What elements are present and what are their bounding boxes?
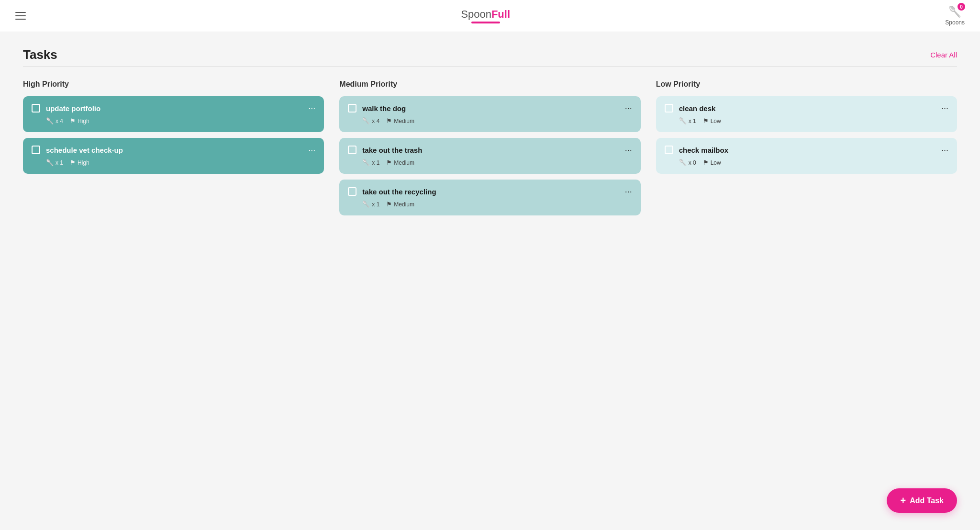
task-name: update portfolio: [46, 104, 100, 113]
task-name: take out the recycling: [362, 188, 436, 196]
task-card-left: walk the dog: [348, 104, 406, 113]
spoon-icon: 🥄 0: [948, 6, 961, 18]
task-card-top: update portfolio ···: [32, 104, 315, 113]
task-menu-button[interactable]: ···: [308, 104, 315, 113]
task-checkbox[interactable]: [348, 187, 356, 196]
task-card-top: walk the dog ···: [348, 104, 632, 113]
task-name: clean desk: [679, 104, 716, 113]
task-spoons-meta: 🥄 x 4: [46, 117, 63, 124]
task-checkbox[interactable]: [348, 104, 356, 113]
menu-button[interactable]: [15, 12, 26, 20]
spoons-badge: 0: [958, 3, 965, 11]
spoons-label: Spoons: [945, 19, 965, 26]
logo-full: Full: [491, 8, 510, 20]
task-spoons-count: x 4: [56, 118, 63, 124]
spoon-meta-icon: 🥄: [362, 117, 370, 124]
column-title-high: High Priority: [23, 80, 324, 89]
task-card-left: take out the recycling: [348, 187, 436, 196]
task-spoons-meta: 🥄 x 1: [46, 159, 63, 166]
logo-spoon: Spoon: [461, 8, 491, 20]
task-meta: 🥄 x 0 ⚑ Low: [665, 159, 948, 166]
task-priority-label: Medium: [394, 201, 414, 208]
logo: SpoonFull: [461, 8, 510, 23]
task-menu-button[interactable]: ···: [625, 187, 632, 196]
task-spoons-meta: 🥄 x 4: [362, 117, 379, 124]
spoon-meta-icon: 🥄: [362, 159, 370, 166]
task-spoons-count: x 1: [372, 159, 379, 166]
task-card: clean desk ··· 🥄 x 1 ⚑ Low: [656, 96, 957, 132]
flag-icon: ⚑: [703, 117, 709, 124]
divider: [23, 66, 957, 67]
task-meta: 🥄 x 1 ⚑ High: [32, 159, 315, 166]
task-card-left: check mailbox: [665, 146, 728, 154]
task-menu-button[interactable]: ···: [625, 104, 632, 113]
task-spoons-meta: 🥄 x 0: [679, 159, 696, 166]
task-priority-label: High: [78, 159, 89, 166]
task-priority-meta: ⚑ Medium: [386, 117, 414, 124]
column-title-low: Low Priority: [656, 80, 957, 89]
column-medium: Medium Priority walk the dog ··· 🥄 x 4 ⚑: [339, 80, 640, 221]
task-priority-label: Low: [711, 159, 721, 166]
task-meta: 🥄 x 1 ⚑ Medium: [348, 159, 632, 166]
add-task-button[interactable]: + Add Task: [887, 488, 957, 513]
flag-icon: ⚑: [70, 117, 76, 124]
spoon-meta-icon: 🥄: [46, 159, 54, 166]
spoon-meta-icon: 🥄: [362, 201, 370, 208]
task-meta: 🥄 x 4 ⚑ Medium: [348, 117, 632, 124]
task-columns: High Priority update portfolio ··· 🥄 x 4…: [23, 80, 957, 221]
task-card: update portfolio ··· 🥄 x 4 ⚑ High: [23, 96, 324, 132]
task-name: schedule vet check-up: [46, 146, 123, 154]
task-checkbox[interactable]: [348, 146, 356, 154]
task-priority-meta: ⚑ Medium: [386, 201, 414, 208]
spoon-meta-icon: 🥄: [679, 159, 687, 166]
task-menu-button[interactable]: ···: [941, 146, 948, 154]
column-high: High Priority update portfolio ··· 🥄 x 4…: [23, 80, 324, 221]
task-card: walk the dog ··· 🥄 x 4 ⚑ Medium: [339, 96, 640, 132]
task-meta: 🥄 x 4 ⚑ High: [32, 117, 315, 124]
task-card: check mailbox ··· 🥄 x 0 ⚑ Low: [656, 138, 957, 174]
task-card-left: clean desk: [665, 104, 716, 113]
main-content: Tasks Clear All High Priority update por…: [0, 32, 980, 259]
spoons-button[interactable]: 🥄 0 Spoons: [945, 6, 965, 26]
task-spoons-count: x 4: [372, 118, 379, 124]
task-card: take out the recycling ··· 🥄 x 1 ⚑ Mediu…: [339, 180, 640, 215]
task-checkbox[interactable]: [665, 146, 673, 154]
task-menu-button[interactable]: ···: [308, 146, 315, 154]
task-card: take out the trash ··· 🥄 x 1 ⚑ Medium: [339, 138, 640, 174]
task-menu-button[interactable]: ···: [941, 104, 948, 113]
clear-all-button[interactable]: Clear All: [930, 51, 957, 59]
column-title-medium: Medium Priority: [339, 80, 640, 89]
flag-icon: ⚑: [703, 159, 709, 166]
task-spoons-meta: 🥄 x 1: [362, 201, 379, 208]
task-menu-button[interactable]: ···: [625, 146, 632, 154]
task-card-top: clean desk ···: [665, 104, 948, 113]
task-card-left: update portfolio: [32, 104, 100, 113]
spoon-meta-icon: 🥄: [46, 117, 54, 124]
task-spoons-count: x 0: [689, 159, 696, 166]
task-checkbox[interactable]: [32, 146, 40, 154]
task-spoons-meta: 🥄 x 1: [679, 117, 696, 124]
task-spoons-count: x 1: [689, 118, 696, 124]
task-priority-label: Medium: [394, 118, 414, 124]
task-priority-label: Low: [711, 118, 721, 124]
task-meta: 🥄 x 1 ⚑ Low: [665, 117, 948, 124]
task-card: schedule vet check-up ··· 🥄 x 1 ⚑ High: [23, 138, 324, 174]
task-card-left: take out the trash: [348, 146, 422, 154]
add-task-label: Add Task: [910, 496, 944, 505]
plus-icon: +: [900, 495, 906, 506]
flag-icon: ⚑: [386, 159, 392, 166]
task-checkbox[interactable]: [32, 104, 40, 113]
task-priority-meta: ⚑ Low: [703, 159, 721, 166]
task-priority-meta: ⚑ Low: [703, 117, 721, 124]
task-name: walk the dog: [362, 104, 406, 113]
task-card-top: take out the trash ···: [348, 146, 632, 154]
task-checkbox[interactable]: [665, 104, 673, 113]
task-card-top: check mailbox ···: [665, 146, 948, 154]
flag-icon: ⚑: [70, 159, 76, 166]
header: SpoonFull 🥄 0 Spoons: [0, 0, 980, 32]
task-priority-meta: ⚑ High: [70, 117, 89, 124]
task-priority-label: High: [78, 118, 89, 124]
task-name: check mailbox: [679, 146, 728, 154]
task-card-top: schedule vet check-up ···: [32, 146, 315, 154]
task-spoons-count: x 1: [372, 201, 379, 208]
